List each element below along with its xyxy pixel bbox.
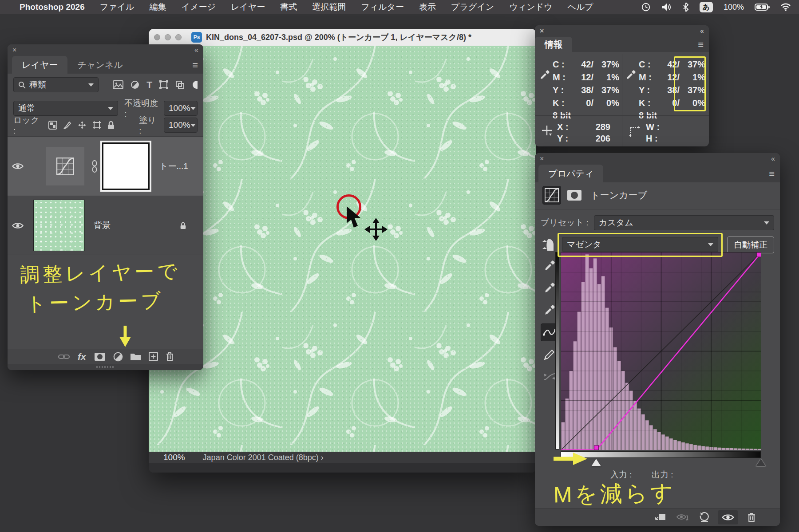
visibility-eye-icon[interactable] <box>8 222 28 229</box>
window-close-button[interactable] <box>154 34 160 40</box>
layer-style-fx-icon[interactable]: fx <box>78 351 86 362</box>
add-adjustment-layer-icon[interactable] <box>113 352 123 362</box>
properties-panel-collapse-icon[interactable]: « <box>771 155 775 163</box>
lock-artboard-icon[interactable] <box>92 121 101 130</box>
window-titlebar[interactable]: Ps KIN_dons_04_6207-3.psd @ 200% (トーンカーブ… <box>149 29 536 46</box>
highlight-input-slider[interactable] <box>756 459 766 466</box>
layer-row-curves[interactable]: トー...1 <box>8 136 203 196</box>
menu-item-edit[interactable]: 編集 <box>150 1 166 13</box>
menu-item-layer[interactable]: レイヤー <box>231 1 265 13</box>
eyedropper-icon <box>625 70 636 121</box>
layers-panel-close-icon[interactable]: × <box>12 46 16 54</box>
info-panel-collapse-icon[interactable]: « <box>700 27 704 35</box>
tab-channels[interactable]: チャンネル <box>67 56 132 74</box>
canvas[interactable] <box>149 46 536 452</box>
app-menu-title[interactable]: Photoshop 2026 <box>20 2 85 12</box>
curves-adjustment-icon[interactable] <box>542 186 561 205</box>
blend-mode-select[interactable]: 通常 <box>13 101 118 116</box>
shadow-input-slider[interactable] <box>591 459 601 466</box>
link-layers-icon[interactable] <box>58 354 70 360</box>
window-minimize-button[interactable] <box>165 34 171 40</box>
layers-panel-menu-icon[interactable]: ≡ <box>192 59 198 71</box>
curves-grid[interactable] <box>561 252 761 449</box>
clip-to-layer-icon[interactable] <box>655 512 666 522</box>
mask-link-icon[interactable] <box>91 160 98 173</box>
properties-panel-close-icon[interactable]: × <box>540 155 544 163</box>
properties-panel-menu-icon[interactable]: ≡ <box>769 168 775 180</box>
view-previous-state-icon[interactable] <box>676 513 689 522</box>
pointer-cursor <box>344 205 363 229</box>
layer-filter-select[interactable]: 種類 <box>13 77 99 92</box>
chevron-down-icon <box>764 221 769 225</box>
window-footer <box>149 463 536 473</box>
preset-label: プリセット : <box>541 217 589 229</box>
input-method-badge[interactable]: あ <box>700 2 713 12</box>
info-panel-menu-icon[interactable]: ≡ <box>698 39 704 51</box>
filter-toggle-icon[interactable] <box>191 80 198 89</box>
filter-shape-layers-icon[interactable] <box>159 80 168 89</box>
delete-adjustment-trash-icon[interactable] <box>747 512 756 522</box>
layer-row-background[interactable]: 背景 <box>8 196 203 255</box>
fill-label: 塗り : <box>139 114 160 136</box>
visibility-eye-icon[interactable] <box>8 162 28 170</box>
color-profile[interactable]: Japan Color 2001 Coated (8bpc) › <box>203 453 324 462</box>
layer-mask-thumbnail[interactable] <box>102 142 150 190</box>
menu-item-window[interactable]: ウィンドウ <box>509 1 552 13</box>
lock-pixels-icon[interactable] <box>63 121 72 130</box>
lock-label: ロック : <box>13 114 43 136</box>
curves-adjustment-thumbnail[interactable] <box>46 147 84 185</box>
filter-smart-object-icon[interactable] <box>175 80 184 89</box>
menu-item-help[interactable]: ヘルプ <box>567 1 593 13</box>
annotation-adjustment-layer-line1: 調整レイヤーで <box>20 258 181 288</box>
layers-panel-collapse-icon[interactable]: « <box>194 46 198 54</box>
chevron-down-icon <box>190 124 196 127</box>
menu-item-file[interactable]: ファイル <box>100 1 134 13</box>
tab-layers[interactable]: レイヤー <box>12 56 67 74</box>
tab-info[interactable]: 情報 <box>535 37 572 52</box>
lock-all-icon[interactable] <box>107 121 115 130</box>
zoom-level[interactable]: 100% <box>163 453 185 462</box>
move-cursor-icon <box>364 217 388 242</box>
menu-item-view[interactable]: 表示 <box>419 1 436 13</box>
layer-locked-icon <box>180 222 186 229</box>
lock-position-icon[interactable] <box>78 121 87 130</box>
opacity-select[interactable]: 100% <box>164 101 198 116</box>
new-layer-icon[interactable] <box>149 352 158 361</box>
history-clock-icon[interactable] <box>641 2 651 12</box>
menu-item-select[interactable]: 選択範囲 <box>312 1 346 13</box>
menu-item-filter[interactable]: フィルター <box>361 1 404 13</box>
reset-adjustment-icon[interactable] <box>699 512 710 523</box>
document-title: KIN_dons_04_6207-3.psd @ 200% (トーンカーブ 1,… <box>206 32 471 43</box>
volume-icon[interactable] <box>661 3 672 12</box>
menu-item-image[interactable]: イメージ <box>182 1 216 13</box>
new-group-folder-icon[interactable] <box>130 352 141 361</box>
chevron-down-icon <box>190 107 196 110</box>
filter-pixel-layers-icon[interactable] <box>113 80 123 89</box>
fill-value: 100% <box>169 120 190 130</box>
mask-properties-icon[interactable] <box>565 186 584 205</box>
delete-layer-trash-icon[interactable] <box>166 352 174 361</box>
filter-adjustment-layers-icon[interactable] <box>131 80 139 89</box>
layer-name[interactable]: トー...1 <box>159 161 188 172</box>
menu-item-type[interactable]: 書式 <box>280 1 297 13</box>
add-mask-icon[interactable] <box>94 352 106 361</box>
bluetooth-icon[interactable] <box>683 2 689 12</box>
adjustment-title: トーンカーブ <box>590 189 647 201</box>
info-panel-close-icon[interactable]: × <box>540 27 544 35</box>
menu-item-plugins[interactable]: プラグイン <box>451 1 494 13</box>
auto-correct-button[interactable]: 自動補正 <box>727 236 774 253</box>
wifi-icon[interactable] <box>780 3 791 11</box>
fill-select[interactable]: 100% <box>164 118 198 133</box>
layers-panel-resize-strip[interactable] <box>8 364 203 370</box>
battery-icon[interactable] <box>755 3 770 11</box>
filter-type-layers-icon[interactable]: T <box>146 79 152 90</box>
targeted-adjustment-icon[interactable] <box>541 237 555 252</box>
window-zoom-button[interactable] <box>175 34 182 40</box>
toggle-visibility-eye-icon[interactable] <box>718 510 738 524</box>
tab-properties[interactable]: プロパティ <box>538 165 603 182</box>
annotation-adjustment-layer-line2: トーンカーブ <box>26 288 164 317</box>
preset-select[interactable]: カスタム <box>594 215 774 230</box>
lock-transparency-icon[interactable] <box>48 121 57 130</box>
background-layer-thumbnail[interactable] <box>33 200 85 251</box>
layer-name[interactable]: 背景 <box>94 220 111 231</box>
